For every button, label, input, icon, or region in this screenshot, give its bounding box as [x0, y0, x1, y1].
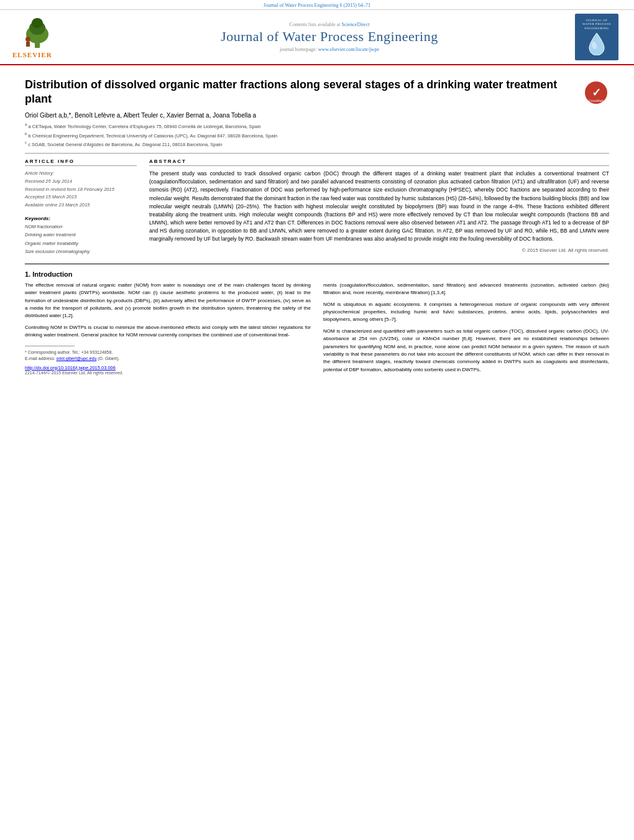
top-journal-ref: Journal of Water Process Engineering 6 (…: [0, 0, 634, 10]
email-link[interactable]: oriol.gibert@upc.edu: [57, 356, 97, 361]
body-para-2: Controlling NOM in DWTPs is crucial to m…: [25, 324, 311, 339]
body-para-1: The effective removal of natural organic…: [25, 282, 311, 320]
water-drop-icon: [587, 32, 606, 55]
body-two-col: The effective removal of natural organic…: [25, 282, 609, 377]
svg-point-3: [32, 18, 43, 28]
journal-logo-right: JOURNAL OF WATER PROCESS ENGINEERING: [572, 14, 622, 60]
elsevier-logo: ELSEVIER: [12, 16, 87, 58]
available-date: Available online 23 March 2015: [25, 201, 137, 210]
abstract-copyright: © 2015 Elsevier Ltd. All rights reserved…: [149, 247, 609, 253]
body-para-right-1: ments (coagulation/flocculation, sedimen…: [323, 282, 609, 297]
elsevier-label: ELSEVIER: [12, 51, 52, 58]
section-divider: [25, 153, 609, 154]
keywords-list: NOM fractionation Drinking water treatme…: [25, 223, 137, 256]
authors-text: Oriol Gibert a,b,*, Benoît Lefèvre a, Al…: [25, 112, 256, 119]
page: Journal of Water Process Engineering 6 (…: [0, 0, 634, 840]
authors: Oriol Gibert a,b,*, Benoît Lefèvre a, Al…: [25, 112, 609, 119]
sciencedirect-label: Contents lists available at ScienceDirec…: [93, 22, 566, 27]
body-divider: [25, 264, 609, 264]
keyword-2: Drinking water treatment: [25, 231, 137, 239]
crossmark-logo: ✓ CrossMark: [584, 81, 609, 106]
journal-homepage: journal homepage: www.elsevier.com/locat…: [93, 47, 566, 52]
section1-title: 1. Introduction: [25, 270, 609, 278]
email-label: E-mail address:: [25, 356, 55, 361]
journal-title: Journal of Water Process Engineering: [93, 29, 566, 45]
keywords-section: Keywords: NOM fractionation Drinking wat…: [25, 216, 137, 256]
homepage-url[interactable]: www.elsevier.com/locate/jwpe: [318, 47, 379, 52]
journal-logo-box: JOURNAL OF WATER PROCESS ENGINEERING: [575, 14, 618, 60]
doi-line: http://dx.doi.org/10.1016/j.jwpe.2015.03…: [25, 365, 311, 371]
logo-top-text: JOURNAL OF WATER PROCESS ENGINEERING: [582, 19, 611, 31]
footnote-star: * Corresponding author. Tel.: +34 933124…: [25, 350, 113, 354]
affiliations: a a CETaqua, Water Technology Center, Ca…: [25, 121, 609, 148]
received-date: Received 25 July 2014: [25, 178, 137, 186]
article-history: Article history: Received 25 July 2014 R…: [25, 170, 137, 210]
keyword-3: Organic matter treatability: [25, 239, 137, 248]
affiliation-b: b b Chemical Engineering Department, Tec…: [25, 131, 609, 139]
svg-text:CrossMark: CrossMark: [589, 99, 604, 103]
svg-point-4: [25, 37, 30, 42]
svg-rect-5: [26, 42, 30, 47]
body-col-right: ments (coagulation/flocculation, sedimen…: [323, 282, 609, 377]
footer-copyright: 2214-7144/© 2015 Elsevier Ltd. All right…: [25, 371, 311, 375]
article-title: Distribution of dissolved organic matter…: [25, 78, 578, 107]
content-area: Distribution of dissolved organic matter…: [0, 65, 634, 385]
article-info-abstract: ARTICLE INFO Article history: Received 2…: [25, 159, 609, 256]
elsevier-tree-icon: [12, 16, 62, 50]
journal-ref-text: Journal of Water Process Engineering 6 (…: [264, 2, 370, 8]
crossmark-icon: ✓ CrossMark: [584, 81, 608, 104]
affiliation-c: c c SGAB, Societat General d'Aigüdes de …: [25, 139, 609, 148]
affiliation-a: a a CETaqua, Water Technology Center, Ca…: [25, 121, 609, 130]
article-title-section: Distribution of dissolved organic matter…: [25, 78, 609, 107]
body-para-right-3: NOM is characterized and quantified with…: [323, 328, 609, 374]
keyword-1: NOM fractionation: [25, 223, 137, 231]
abstract-heading: ABSTRACT: [149, 159, 609, 166]
history-heading: Article history:: [25, 170, 137, 178]
journal-header-center: Contents lists available at ScienceDirec…: [87, 22, 572, 52]
elsevier-logo-area: ELSEVIER: [12, 16, 87, 58]
sciencedirect-link[interactable]: ScienceDirect: [342, 22, 370, 27]
keyword-4: Size exclusion chromatography: [25, 247, 137, 256]
body-col-left: The effective removal of natural organic…: [25, 282, 311, 377]
email-suffix: (O. Gibert).: [98, 356, 119, 361]
abstract-col: ABSTRACT The present study was conducted…: [149, 159, 609, 256]
body-para-right-2: NOM is ubiquitous in aquatic ecosystems.…: [323, 301, 609, 324]
doi-link[interactable]: http://dx.doi.org/10.1016/j.jwpe.2015.03…: [25, 365, 116, 371]
article-info-heading: ARTICLE INFO: [25, 159, 137, 166]
footer-divider: [25, 346, 75, 346]
journal-header: ELSEVIER Contents lists available at Sci…: [0, 10, 634, 65]
abstract-text: The present study was conducted to track…: [149, 170, 609, 244]
accepted-date: Accepted 15 March 2015: [25, 193, 137, 201]
keywords-label: Keywords:: [25, 216, 137, 221]
received-revised-date: Received in revised form 18 February 201…: [25, 186, 137, 194]
article-info-col: ARTICLE INFO Article history: Received 2…: [25, 159, 137, 256]
svg-text:✓: ✓: [592, 86, 601, 99]
footer-note: * Corresponding author. Tel.: +34 933124…: [25, 349, 311, 362]
